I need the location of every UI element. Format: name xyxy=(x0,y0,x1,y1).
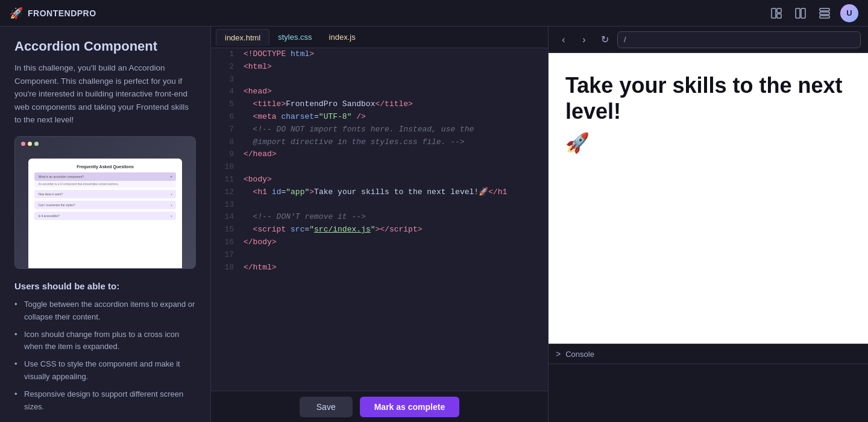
preview-heading: Take your skills to the next level! xyxy=(565,72,851,124)
code-line-5: 5 <title>FrontendPro Sandbox</title> xyxy=(211,98,548,111)
code-line-3: 3 xyxy=(211,74,548,86)
svg-rect-0 xyxy=(772,8,776,18)
code-line-12: 12 <h1 id="app">Take your skills to the … xyxy=(211,186,548,199)
code-line-17: 17 xyxy=(211,249,548,262)
bullet-item-1: Toggle between the accordion items to ex… xyxy=(14,298,196,324)
code-line-7: 7 <!-- DO NOT import fonts here. Instead… xyxy=(211,124,548,136)
top-nav: 🚀 FRONTENDPRO U xyxy=(0,0,868,27)
tab-styles-css[interactable]: styles.css xyxy=(269,29,320,45)
code-line-6: 6 <meta charset="UTF-8" /> xyxy=(211,111,548,124)
save-button[interactable]: Save xyxy=(300,397,353,417)
refresh-button[interactable]: ↻ xyxy=(597,32,612,48)
svg-rect-1 xyxy=(777,8,781,13)
url-bar[interactable]: / xyxy=(617,31,861,48)
editor-panel: index.html styles.css index.js 1<!DOCTYP… xyxy=(211,27,549,422)
code-editor[interactable]: 1<!DOCTYPE html> 2<html> 3 4<head> 5 <ti… xyxy=(211,48,548,391)
right-panel: ‹ › ↻ / Take your skills to the next lev… xyxy=(549,27,868,422)
code-line-18: 18</html> xyxy=(211,262,548,274)
bullet-item-3: Use CSS to style the component and make … xyxy=(14,358,196,383)
code-line-2: 2<html> xyxy=(211,61,548,74)
code-line-10: 10 xyxy=(211,161,548,174)
nav-actions: U xyxy=(768,4,858,22)
editor-tabs: index.html styles.css index.js xyxy=(211,27,548,48)
layout-icon-2-btn[interactable] xyxy=(792,5,809,22)
back-button[interactable]: ‹ xyxy=(556,32,571,48)
challenge-description: In this challenge, you'll build an Accor… xyxy=(14,61,196,127)
bullet-list: Toggle between the accordion items to ex… xyxy=(14,298,196,413)
console-body xyxy=(549,364,868,374)
svg-rect-2 xyxy=(777,14,781,18)
console-title: Console xyxy=(565,350,594,359)
main-layout: Accordion Component In this challenge, y… xyxy=(0,27,868,422)
svg-rect-7 xyxy=(820,16,829,18)
user-avatar[interactable]: U xyxy=(840,4,858,22)
forward-button[interactable]: › xyxy=(576,32,592,48)
logo-area: 🚀 FRONTENDPRO xyxy=(10,7,96,20)
code-line-14: 14 <!-- DON'T remove it --> xyxy=(211,211,548,224)
code-line-11: 11<body> xyxy=(211,174,548,186)
console-panel: > Console xyxy=(549,344,868,422)
code-line-1: 1<!DOCTYPE html> xyxy=(211,48,548,61)
code-line-16: 16</body> xyxy=(211,236,548,249)
svg-rect-6 xyxy=(820,12,829,14)
editor-bottom-bar: Save Mark as complete xyxy=(211,391,548,422)
code-line-13: 13 xyxy=(211,199,548,212)
users-should-title: Users should be able to: xyxy=(14,281,196,291)
preview-toolbar: ‹ › ↻ / xyxy=(549,27,868,53)
layout-icon-1-btn[interactable] xyxy=(768,5,785,22)
logo-icon: 🚀 xyxy=(10,7,23,20)
preview-emoji: 🚀 xyxy=(565,131,851,154)
tab-index-js[interactable]: index.js xyxy=(321,29,364,45)
app-title: FRONTENDPRO xyxy=(28,8,96,18)
code-line-8: 8 @import directive in the styles.css fi… xyxy=(211,136,548,149)
code-line-15: 15 <script src="src/index.js"></script> xyxy=(211,224,548,236)
console-chevron-icon: > xyxy=(556,349,561,359)
layout-icon-3-btn[interactable] xyxy=(816,5,833,22)
url-text: / xyxy=(624,35,626,44)
code-line-9: 9</head> xyxy=(211,148,548,161)
mark-complete-button[interactable]: Mark as complete xyxy=(360,397,460,417)
code-line-4: 4<head> xyxy=(211,86,548,98)
console-header: > Console xyxy=(549,344,868,364)
svg-rect-3 xyxy=(796,8,800,18)
preview-content: Take your skills to the next level! 🚀 xyxy=(549,53,868,344)
challenge-title: Accordion Component xyxy=(14,39,196,54)
svg-rect-4 xyxy=(801,8,805,18)
tab-index-html[interactable]: index.html xyxy=(216,29,269,46)
left-panel: Accordion Component In this challenge, y… xyxy=(0,27,211,422)
svg-rect-5 xyxy=(820,8,829,11)
bullet-item-4: Responsive design to support different s… xyxy=(14,388,196,414)
bullet-item-2: Icon should change from plus to a cross … xyxy=(14,329,196,354)
challenge-preview-image: Frequently Asked Questions What is an ac… xyxy=(14,136,196,269)
